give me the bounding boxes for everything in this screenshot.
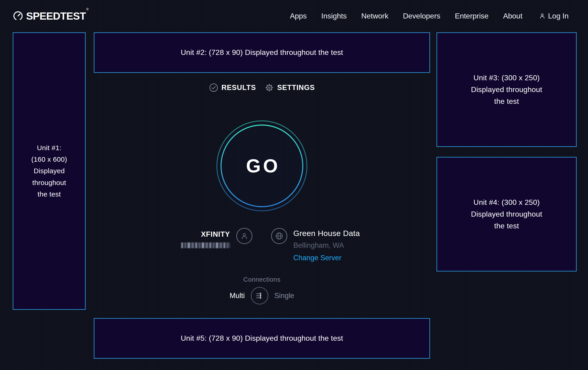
ad-unit-4[interactable]: Unit #4: (300 x 250) Displayed throughou… <box>437 157 577 271</box>
connections-multi-option[interactable]: Multi <box>230 291 245 300</box>
nav-item-enterprise[interactable]: Enterprise <box>455 12 489 20</box>
tab-results-label: RESULTS <box>221 83 256 92</box>
login-label: Log In <box>548 12 569 20</box>
ad-unit-2-text: Unit #2: (728 x 90) Displayed throughout… <box>181 47 343 58</box>
results-settings-tabs: RESULTS <box>94 83 430 92</box>
login-button[interactable]: Log In <box>539 12 569 20</box>
ad-unit-3-text: Unit #3: (300 x 250) Displayed throughou… <box>471 72 542 108</box>
change-server-link[interactable]: Change Server <box>293 254 342 262</box>
ad-unit-4-text: Unit #4: (300 x 250) Displayed throughou… <box>471 197 542 232</box>
ip-address-redacted <box>181 242 230 248</box>
server-globe-icon <box>271 228 287 244</box>
speedometer-gauge-icon <box>13 11 23 21</box>
tab-settings-label: SETTINGS <box>277 83 315 92</box>
connections-label: Connections <box>94 276 430 283</box>
trademark-symbol: ® <box>86 7 88 11</box>
connections-toggle-row: Multi Single <box>94 287 430 304</box>
settings-gear-icon <box>265 83 274 92</box>
speedtest-page: SPEEDTEST® Apps Insights Network Develop… <box>0 0 588 370</box>
main-nav: Apps Insights Network Developers Enterpr… <box>290 12 569 20</box>
ad-unit-5[interactable]: Unit #5: (728 x 90) Displayed throughout… <box>94 318 430 359</box>
isp-name: XFINITY <box>163 230 230 239</box>
speedtest-logo[interactable]: SPEEDTEST® <box>13 11 88 21</box>
tab-settings[interactable]: SETTINGS <box>265 83 315 92</box>
nav-item-apps[interactable]: Apps <box>290 12 307 20</box>
go-button-label: GO <box>213 117 310 214</box>
logo-wordmark: SPEEDTEST® <box>26 11 88 21</box>
isp-person-icon <box>236 228 252 244</box>
ad-unit-5-text: Unit #5: (728 x 90) Displayed throughout… <box>181 332 343 344</box>
ad-unit-3[interactable]: Unit #3: (300 x 250) Displayed throughou… <box>437 32 577 147</box>
multi-connection-arrows-icon[interactable] <box>251 287 268 304</box>
ad-unit-2[interactable]: Unit #2: (728 x 90) Displayed throughout… <box>94 32 430 73</box>
nav-item-about[interactable]: About <box>503 12 522 20</box>
server-name: Green House Data <box>293 229 360 238</box>
top-nav-bar: SPEEDTEST® Apps Insights Network Develop… <box>0 0 588 32</box>
ad-unit-1[interactable]: Unit #1: (160 x 600) Displayed throughou… <box>13 32 86 310</box>
connections-single-option[interactable]: Single <box>274 291 294 300</box>
tab-results[interactable]: RESULTS <box>209 83 256 92</box>
server-location: Bellingham, WA <box>293 241 344 250</box>
person-icon <box>539 12 546 19</box>
ad-unit-1-text: Unit #1: (160 x 600) Displayed throughou… <box>31 142 67 200</box>
go-button[interactable]: GO <box>213 117 310 214</box>
check-circle-icon <box>209 83 218 92</box>
nav-item-developers[interactable]: Developers <box>403 12 441 20</box>
nav-item-network[interactable]: Network <box>361 12 388 20</box>
nav-item-insights[interactable]: Insights <box>321 12 347 20</box>
